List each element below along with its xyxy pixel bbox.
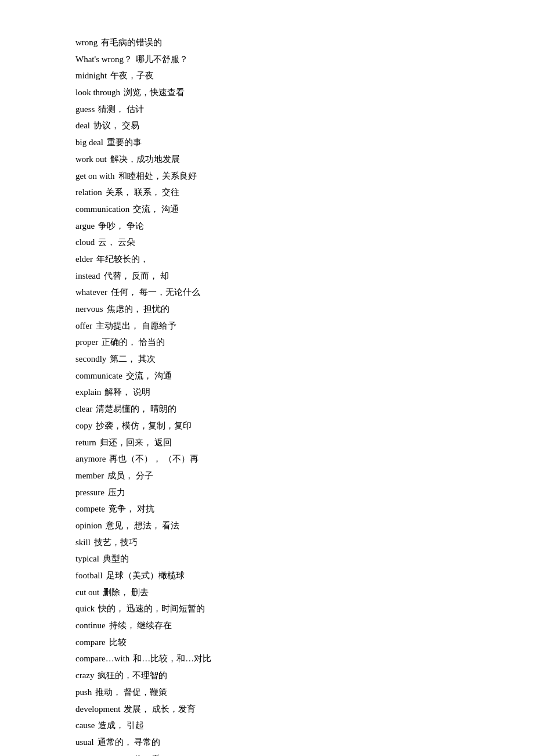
english-word: offer <box>75 321 92 330</box>
chinese-translation: 足球（美式）橄榄球 <box>106 571 185 580</box>
chinese-translation: 午夜，子夜 <box>110 71 154 80</box>
list-item: clear清楚易懂的， 晴朗的 <box>75 401 459 417</box>
english-word: cut out <box>75 588 99 597</box>
list-item: secondly第二， 其次 <box>75 351 459 367</box>
list-item: argue争吵， 争论 <box>75 218 459 234</box>
list-item: usual通常的， 寻常的 <box>75 735 459 750</box>
english-word: communication <box>75 204 129 214</box>
list-item: member成员， 分子 <box>75 468 459 484</box>
english-word: elder <box>75 254 93 264</box>
list-item: cloud云， 云朵 <box>75 235 459 250</box>
chinese-translation: 快的， 迅速的，时间短暂的 <box>98 604 205 613</box>
list-item: instead代替， 反而， 却 <box>75 268 459 284</box>
english-word: member <box>75 471 104 480</box>
english-word: nervous <box>75 304 103 314</box>
chinese-translation: 有毛病的错误的 <box>101 38 162 47</box>
english-word: football <box>75 571 103 580</box>
list-item: anymore再也（不）， （不）再 <box>75 451 459 467</box>
list-item: typical典型的 <box>75 551 459 567</box>
chinese-translation: 清楚易懂的， 晴朗的 <box>96 404 176 413</box>
english-word: pressure <box>75 488 104 497</box>
list-item: cut out删除， 删去 <box>75 585 459 600</box>
list-item: proper正确的， 恰当的 <box>75 334 459 350</box>
chinese-translation: 年纪较长的， <box>96 254 149 264</box>
list-item: compare…with和…比较，和…对比 <box>75 651 459 667</box>
chinese-translation: 解决，成功地发展 <box>110 154 180 164</box>
list-item: nervous焦虑的， 担忧的 <box>75 301 459 317</box>
english-word: guess <box>75 105 95 114</box>
chinese-translation: 压力 <box>108 488 125 497</box>
english-word: instead <box>75 271 100 280</box>
chinese-translation: 和…比较，和…对比 <box>133 654 211 663</box>
chinese-translation: 争吵， 争论 <box>98 221 144 231</box>
english-word: opinion <box>75 521 102 530</box>
list-item: communicate交流， 沟通 <box>75 368 459 384</box>
list-item: explain解释， 说明 <box>75 384 459 400</box>
english-word: relation <box>75 188 102 197</box>
chinese-translation: 交流， 沟通 <box>126 371 172 380</box>
english-word: usual <box>75 737 94 747</box>
list-item: look through浏览，快速查看 <box>75 85 459 100</box>
english-word: compare <box>75 638 106 647</box>
english-word: continue <box>75 621 106 630</box>
list-item: midnight午夜，子夜 <box>75 68 459 84</box>
chinese-translation: 造成， 引起 <box>98 721 144 730</box>
chinese-translation: 比较 <box>109 638 127 647</box>
list-item: work out解决，成功地发展 <box>75 152 459 167</box>
list-item: continue持续， 继续存在 <box>75 618 459 633</box>
english-word: quick <box>75 604 95 613</box>
english-word: midnight <box>75 71 107 80</box>
list-item: football足球（美式）橄榄球 <box>75 568 459 584</box>
list-item: communication交流， 沟通 <box>75 201 459 217</box>
chinese-translation: 猜测， 估计 <box>98 105 144 114</box>
chinese-translation: 哪儿不舒服？ <box>136 55 188 64</box>
vocabulary-list: wrong有毛病的错误的What's wrong？哪儿不舒服？midnight午… <box>75 35 459 756</box>
chinese-translation: 关系， 联系， 交往 <box>106 188 180 197</box>
chinese-translation: 抄袭，模仿，复制，复印 <box>96 421 192 430</box>
list-item: offer主动提出， 自愿给予 <box>75 318 459 334</box>
chinese-translation: 浏览，快速查看 <box>124 88 185 97</box>
list-item: guess猜测， 估计 <box>75 102 459 117</box>
english-word: big deal <box>75 138 103 147</box>
chinese-translation: 依…看 <box>134 754 160 756</box>
english-word: cloud <box>75 237 95 247</box>
chinese-translation: 代替， 反而， 却 <box>104 271 169 280</box>
chinese-translation: 竞争， 对抗 <box>109 504 154 513</box>
english-word: in one's opinion <box>75 754 131 756</box>
list-item: copy抄袭，模仿，复制，复印 <box>75 418 459 434</box>
english-word: anymore <box>75 454 106 463</box>
chinese-translation: 和睦相处，关系良好 <box>118 171 197 181</box>
chinese-translation: 技艺，技巧 <box>94 538 138 547</box>
list-item: compare比较 <box>75 635 459 650</box>
list-item: in one's opinion依…看 <box>75 751 459 756</box>
english-word: cause <box>75 721 95 730</box>
chinese-translation: 典型的 <box>103 554 129 563</box>
english-word: communicate <box>75 371 122 380</box>
chinese-translation: 疯狂的，不理智的 <box>98 671 167 680</box>
list-item: big deal重要的事 <box>75 135 459 150</box>
english-word: copy <box>75 421 92 430</box>
chinese-translation: 焦虑的， 担忧的 <box>107 304 170 314</box>
chinese-translation: 发展， 成长，发育 <box>124 704 196 714</box>
list-item: return归还，回来， 返回 <box>75 435 459 451</box>
english-word: skill <box>75 538 91 547</box>
english-word: work out <box>75 154 107 164</box>
list-item: What's wrong？哪儿不舒服？ <box>75 52 459 67</box>
chinese-translation: 云， 云朵 <box>98 237 135 247</box>
english-word: explain <box>75 387 101 397</box>
chinese-translation: 再也（不）， （不）再 <box>109 454 199 463</box>
chinese-translation: 正确的， 恰当的 <box>102 337 165 347</box>
chinese-translation: 解释， 说明 <box>104 387 150 397</box>
chinese-translation: 意见， 想法， 看法 <box>106 521 180 530</box>
english-word: push <box>75 687 92 697</box>
english-word: look through <box>75 88 120 97</box>
list-item: development发展， 成长，发育 <box>75 701 459 717</box>
english-word: clear <box>75 404 92 413</box>
chinese-translation: 交流， 沟通 <box>133 204 179 214</box>
chinese-translation: 推动， 督促，鞭策 <box>95 687 167 697</box>
english-word: proper <box>75 337 98 347</box>
english-word: wrong <box>75 38 98 47</box>
list-item: quick快的， 迅速的，时间短暂的 <box>75 601 459 617</box>
english-word: secondly <box>75 354 106 363</box>
english-word: development <box>75 704 120 714</box>
